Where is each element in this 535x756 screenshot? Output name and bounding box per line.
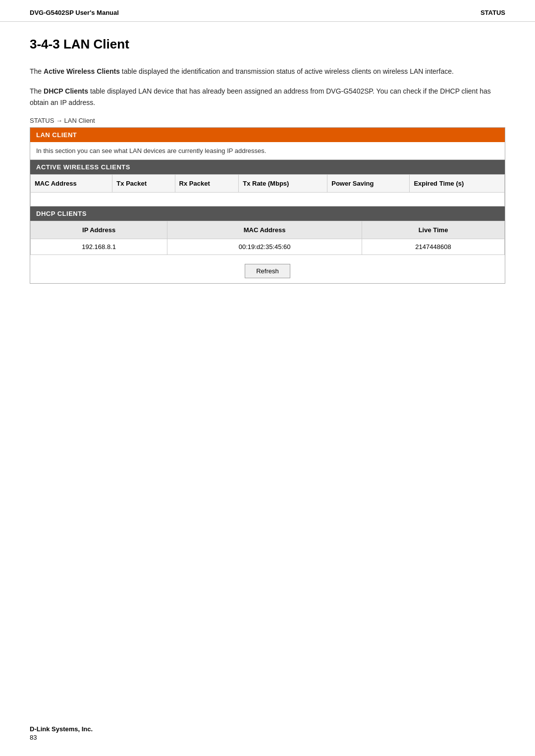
wireless-clients-table: MAC Address Tx Packet Rx Packet Tx Rate … [30,174,505,206]
page-number: 83 [30,734,93,741]
main-content: 3-4-3 LAN Client The Active Wireless Cli… [0,22,535,323]
description-wireless: The Active Wireless Clients table displa… [30,66,505,77]
dhcp-col-ip: IP Address [31,221,167,239]
footer: D-Link Systems, Inc. 83 [30,725,93,741]
breadcrumb: STATUS → LAN Client [30,117,505,124]
refresh-button[interactable]: Refresh [245,264,290,278]
refresh-area: Refresh [30,255,505,283]
desc1-bold: Active Wireless Clients [44,67,120,75]
description-dhcp: The DHCP Clients table displayed LAN dev… [30,86,505,108]
col-tx-rate: Tx Rate (Mbps) [239,175,327,193]
desc1-suffix: table displayed the identification and t… [120,67,454,75]
dhcp-data-row: 192.168.8.1 00:19:d2:35:45:60 2147448608 [31,239,505,255]
page-title: 3-4-3 LAN Client [30,37,505,52]
dhcp-col-mac: MAC Address [167,221,362,239]
dhcp-clients-table: IP Address MAC Address Live Time 192.168… [30,221,505,255]
desc2-bold: DHCP Clients [44,87,88,95]
wireless-table-wrapper: MAC Address Tx Packet Rx Packet Tx Rate … [30,174,505,206]
dhcp-clients-header: DHCP CLIENTS [30,206,505,221]
col-power-saving: Power Saving [327,175,410,193]
col-rx-packet: Rx Packet [175,175,239,193]
lan-client-header: LAN CLIENT [30,128,505,142]
wireless-empty-cell [31,193,505,206]
dhcp-col-live-time: Live Time [362,221,505,239]
desc2-suffix: table displayed LAN device that has alre… [30,87,491,106]
col-expired-time: Expired Time (s) [410,175,505,193]
dhcp-mac-value: 00:19:d2:35:45:60 [167,239,362,255]
dhcp-ip-value: 192.168.8.1 [31,239,167,255]
wireless-empty-row [31,193,505,206]
manual-title: DVG-G5402SP User's Manual [30,9,119,16]
desc2-prefix: The [30,87,44,95]
col-mac-address: MAC Address [31,175,112,193]
lan-client-description: In this section you can see what LAN dev… [30,142,505,160]
col-tx-packet: Tx Packet [112,175,175,193]
dhcp-table-wrapper: IP Address MAC Address Live Time 192.168… [30,221,505,255]
dhcp-live-time-value: 2147448608 [362,239,505,255]
page-container: DVG-G5402SP User's Manual STATUS 3-4-3 L… [0,0,535,756]
desc1-prefix: The [30,67,44,75]
wireless-header-row: MAC Address Tx Packet Rx Packet Tx Rate … [31,175,505,193]
section-title: STATUS [481,9,505,16]
page-header: DVG-G5402SP User's Manual STATUS [0,0,535,22]
main-panel: LAN CLIENT In this section you can see w… [30,127,505,284]
active-wireless-header: ACTIVE WIRELESS CLIENTS [30,160,505,174]
company-name: D-Link Systems, Inc. [30,725,93,733]
dhcp-header-row: IP Address MAC Address Live Time [31,221,505,239]
